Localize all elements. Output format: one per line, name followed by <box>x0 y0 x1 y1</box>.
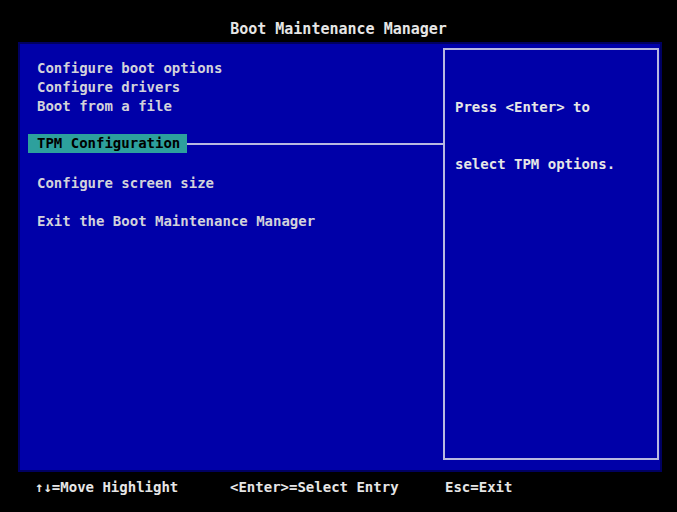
keyhint-select-entry: <Enter>=Select Entry <box>230 478 399 496</box>
boot-maintenance-panel: Configure boot options Configure drivers… <box>18 42 662 472</box>
bios-screen: Boot Maintenance Manager Configure boot … <box>0 0 677 512</box>
keyhint-esc-exit: Esc=Exit <box>445 478 512 496</box>
menu-item-exit-boot-maintenance-manager[interactable]: Exit the Boot Maintenance Manager <box>37 213 315 230</box>
page-title: Boot Maintenance Manager <box>0 21 677 38</box>
selection-connector-line <box>187 143 443 145</box>
help-text-line2: select TPM options. <box>455 155 615 174</box>
help-text: Press <Enter> to select TPM options. <box>455 60 615 212</box>
status-bar: ↑↓=Move Highlight <Enter>=Select Entry E… <box>0 478 677 498</box>
menu-item-configure-boot-options[interactable]: Configure boot options <box>37 60 222 77</box>
help-panel: Press <Enter> to select TPM options. <box>443 48 659 460</box>
menu-item-tpm-configuration[interactable]: TPM Configuration <box>28 134 187 153</box>
menu-item-configure-screen-size[interactable]: Configure screen size <box>37 175 214 192</box>
menu-item-boot-from-a-file[interactable]: Boot from a file <box>37 98 172 115</box>
menu-item-configure-drivers[interactable]: Configure drivers <box>37 79 180 96</box>
help-text-line1: Press <Enter> to <box>455 98 615 117</box>
keyhint-move-highlight: ↑↓=Move Highlight <box>35 478 178 496</box>
